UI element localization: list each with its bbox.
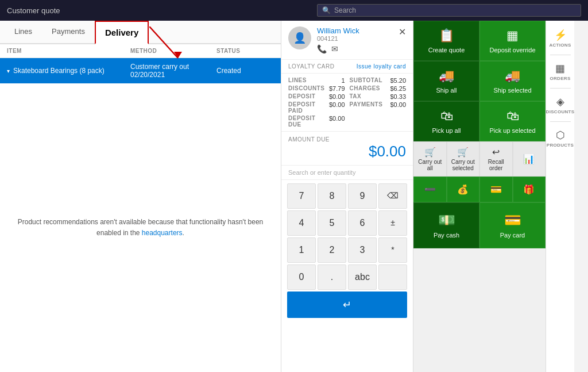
sidebar-item-discounts[interactable]: ◈ DISCOUNTS — [546, 91, 574, 119]
method-date: 02/20/2021 — [130, 71, 216, 79]
email-icon[interactable]: ✉ — [331, 44, 338, 53]
payments-row: PAYMENTS $0.00 — [350, 101, 407, 114]
key-asterisk[interactable]: * — [378, 237, 407, 263]
top-action-row: 📋 Create quote ▦ Deposit override — [413, 21, 546, 61]
deposit-override-label: Deposit override — [489, 47, 535, 53]
pay-cash-icon: 💵 — [438, 212, 455, 228]
key-5[interactable]: 5 — [318, 210, 346, 236]
customer-info: William Wick 004121 📞 ✉ — [317, 26, 393, 53]
pay-card-icon: 💳 — [504, 212, 521, 228]
phone-icon[interactable]: 📞 — [317, 44, 327, 53]
headquarters-link[interactable]: headquarters — [142, 229, 183, 237]
method-cell: Customer carry out 02/20/2021 — [130, 63, 216, 79]
discounts-row: DISCOUNTS $7.79 — [288, 85, 345, 92]
ship-all-button[interactable]: 🚚 Ship all — [413, 61, 479, 101]
table-header: ITEM METHOD STATUS — [0, 44, 281, 58]
discounts-label: DISCOUNTS — [288, 85, 324, 92]
tax-value: $0.33 — [390, 93, 406, 100]
ship-selected-button[interactable]: 🚚 Ship selected — [479, 61, 546, 101]
subtotal-label: SUBTOTAL — [350, 77, 383, 84]
item-cell: ▾ Skateboard Bearings (8 pack) — [7, 67, 130, 75]
deposit-paid-row: DEPOSIT PAID $0.00 — [288, 101, 345, 114]
item-name: Skateboard Bearings (8 pack) — [13, 67, 105, 75]
discounts-value: $7.79 — [329, 85, 345, 92]
divider-2 — [550, 88, 571, 89]
key-3[interactable]: 3 — [348, 237, 377, 263]
tab-payments[interactable]: Payments — [42, 21, 95, 44]
key-1[interactable]: 1 — [287, 237, 316, 263]
extra-button[interactable]: 📊 — [513, 141, 546, 177]
deposit-override-button[interactable]: ▦ Deposit override — [479, 21, 546, 61]
pick-up-selected-icon: 🛍 — [506, 109, 519, 124]
key-backspace[interactable]: ⌫ — [378, 183, 407, 209]
method-name: Customer carry out — [130, 63, 216, 71]
key-dot[interactable]: . — [318, 264, 346, 290]
charges-label: CHARGES — [350, 85, 381, 92]
carry-out-selected-button[interactable]: 🛒 Carry out selected — [447, 141, 480, 177]
key-8[interactable]: 8 — [318, 183, 346, 209]
status-cell: Created — [216, 67, 274, 75]
create-quote-label: Create quote — [428, 47, 465, 53]
key-9[interactable]: 9 — [348, 183, 377, 209]
deposit-paid-value: $0.00 — [329, 101, 345, 114]
actions-icon: ⚡ — [554, 29, 567, 41]
card-button[interactable]: 💳 — [479, 177, 513, 202]
ship-selected-label: Ship selected — [493, 87, 531, 94]
tab-lines[interactable]: Lines — [5, 21, 42, 44]
create-quote-button[interactable]: 📋 Create quote — [413, 21, 479, 61]
pick-up-selected-label: Pick up selected — [489, 127, 535, 134]
recall-order-button[interactable]: ↩ Recall order — [479, 141, 513, 177]
search-box[interactable]: 🔍 Search — [317, 4, 581, 17]
col-method: METHOD — [130, 48, 216, 54]
key-abc[interactable]: abc — [348, 264, 377, 290]
search-placeholder: Search — [334, 6, 356, 14]
pay-cash-button[interactable]: 💵 Pay cash — [413, 202, 479, 248]
search-qty[interactable]: Search or enter quantity — [281, 166, 413, 180]
close-button[interactable]: ✕ — [399, 26, 406, 37]
pay-card-button[interactable]: 💳 Pay card — [479, 202, 546, 248]
product-recommendations: Product recommendations aren't available… — [0, 83, 281, 372]
middle-panel: 👤 William Wick 004121 📞 ✉ ✕ LOYALTY CARD… — [281, 21, 413, 372]
tab-delivery[interactable]: Delivery — [95, 21, 149, 44]
key-4[interactable]: 4 — [287, 210, 316, 236]
tax-label: TAX — [350, 93, 362, 100]
key-plusminus[interactable]: ± — [378, 210, 407, 236]
products-label: PRODUCTS — [547, 143, 574, 148]
sidebar-item-actions[interactable]: ⚡ ACTIONS — [546, 24, 574, 52]
enter-button[interactable]: ↵ — [287, 292, 407, 318]
sidebar-item-orders[interactable]: ▦ ORDERS — [546, 57, 574, 86]
deposit-value: $0.00 — [329, 93, 345, 100]
main-layout: Lines Payments Delivery ITEM METHOD STAT… — [0, 21, 588, 372]
minus-button[interactable]: ➖ — [413, 177, 447, 202]
col-item: ITEM — [7, 48, 130, 54]
deposit-paid-label: DEPOSIT PAID — [288, 101, 329, 114]
ship-row: 🚚 Ship all 🚚 Ship selected — [413, 61, 546, 101]
gift-button[interactable]: 🎁 — [513, 177, 546, 202]
lines-label: LINES — [288, 77, 307, 84]
carry-out-all-icon: 🛒 — [424, 147, 436, 158]
ship-selected-icon: 🚚 — [505, 68, 520, 83]
key-6[interactable]: 6 — [348, 210, 377, 236]
key-7[interactable]: 7 — [287, 183, 316, 209]
sidebar-item-products[interactable]: ⬡ PRODUCTS — [546, 124, 574, 152]
charges-value: $6.25 — [390, 85, 406, 92]
lines-value: 1 — [341, 77, 345, 84]
pickup-row: 🛍 Pick up all 🛍 Pick up selected — [413, 101, 546, 141]
key-2[interactable]: 2 — [318, 237, 346, 263]
customer-name[interactable]: William Wick — [317, 26, 393, 35]
create-quote-icon: 📋 — [439, 28, 454, 43]
deposit-due-value: $0.00 — [329, 115, 345, 128]
customer-id: 004121 — [317, 35, 393, 42]
pick-up-all-button[interactable]: 🛍 Pick up all — [413, 101, 479, 141]
dollar-button[interactable]: 💰 — [447, 177, 480, 202]
app-title: Customer quote — [7, 6, 317, 15]
charges-row: CHARGES $6.25 — [350, 85, 407, 92]
carry-out-all-button[interactable]: 🛒 Carry out all — [413, 141, 447, 177]
customer-header: 👤 William Wick 004121 📞 ✉ ✕ — [281, 21, 413, 60]
deposit-due-label: DEPOSIT DUE — [288, 115, 329, 128]
subtotal-value: $5.20 — [390, 77, 406, 84]
key-0[interactable]: 0 — [287, 264, 316, 290]
pick-up-selected-button[interactable]: 🛍 Pick up selected — [479, 101, 546, 141]
issue-loyalty-button[interactable]: Issue loyalty card — [357, 63, 406, 70]
table-row[interactable]: ▾ Skateboard Bearings (8 pack) Customer … — [0, 58, 281, 83]
